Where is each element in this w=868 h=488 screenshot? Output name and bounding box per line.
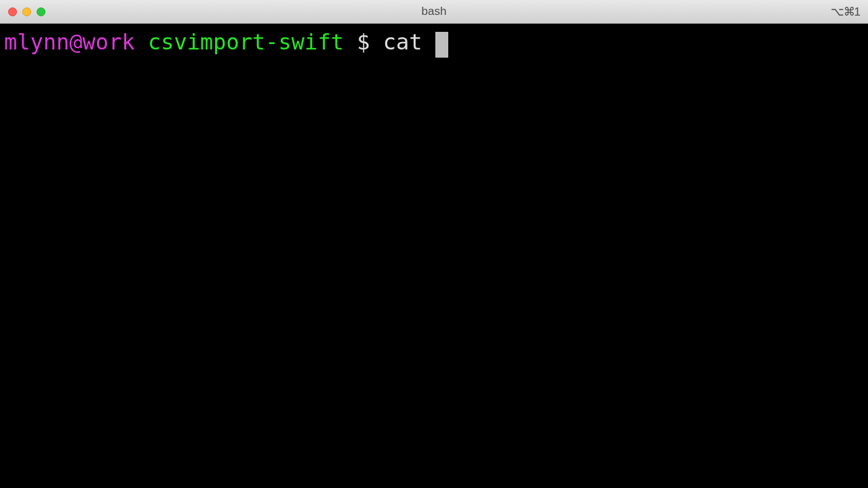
- terminal-window: bash ⌥⌘1 mlynn@work csvimport-swift $ ca…: [0, 0, 868, 488]
- close-button[interactable]: [8, 7, 17, 16]
- zoom-button[interactable]: [37, 7, 45, 16]
- prompt-symbol: $: [357, 29, 370, 55]
- terminal-body[interactable]: mlynn@work csvimport-swift $ cat: [0, 24, 868, 488]
- cursor: [435, 32, 448, 58]
- command-input[interactable]: cat: [383, 29, 435, 55]
- window-title: bash: [422, 5, 447, 18]
- title-bar: bash ⌥⌘1: [0, 0, 868, 24]
- prompt-directory: csvimport-swift: [148, 29, 344, 55]
- minimize-button[interactable]: [22, 7, 31, 16]
- prompt-user-host: mlynn@work: [4, 29, 135, 55]
- shortcut-hint: ⌥⌘1: [831, 5, 860, 19]
- traffic-lights: [8, 7, 45, 16]
